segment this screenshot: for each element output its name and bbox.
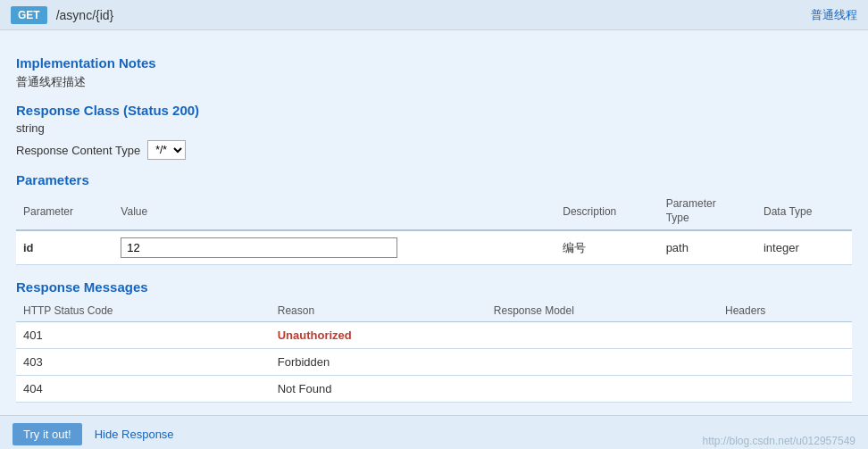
reason-403: Forbidden [271, 349, 487, 376]
col-parameter: Parameter [16, 193, 113, 230]
table-row: id 编号 path integer [16, 230, 852, 265]
response-model-404 [487, 376, 718, 403]
response-content-type-row: Response Content Type */* [16, 140, 852, 160]
response-class-title: Response Class (Status 200) [16, 103, 852, 118]
response-messages-section: Response Messages HTTP Status Code Reaso… [16, 279, 852, 403]
table-row: 403 Forbidden [16, 349, 852, 376]
header-tag: 普通线程 [811, 7, 857, 23]
try-it-out-button[interactable]: Try it out! [13, 423, 82, 445]
response-class-value: string [16, 121, 852, 135]
table-row: 404 Not Found [16, 376, 852, 403]
col-reason: Reason [271, 300, 487, 322]
watermark: http://blog.csdn.net/u012957549 [703, 435, 855, 447]
response-model-403 [487, 349, 718, 376]
content-type-select[interactable]: */* [147, 140, 186, 160]
reason-404: Not Found [271, 376, 487, 403]
status-code-401: 401 [16, 322, 271, 349]
col-data-type: Data Type [756, 193, 852, 230]
col-headers: Headers [718, 300, 852, 322]
response-content-type-label: Response Content Type [16, 144, 140, 157]
status-code-404: 404 [16, 376, 271, 403]
col-response-model: Response Model [487, 300, 718, 322]
param-value-input[interactable] [121, 237, 397, 258]
parameters-section: Parameters Parameter Value Description P… [16, 172, 852, 265]
response-messages-table: HTTP Status Code Reason Response Model H… [16, 300, 852, 403]
param-type: path [659, 230, 756, 265]
param-description: 编号 [555, 230, 658, 265]
header-left: GET /async/{id} [11, 6, 113, 24]
response-messages-title: Response Messages [16, 279, 852, 295]
main-content: Implementation Notes 普通线程描述 Response Cla… [0, 30, 868, 415]
param-data-type: integer [756, 230, 852, 265]
response-model-401 [487, 322, 718, 349]
parameters-title: Parameters [16, 172, 852, 187]
table-row: 401 Unauthorized [16, 322, 852, 349]
reason-401: Unauthorized [271, 322, 487, 349]
implementation-notes-title: Implementation Notes [16, 55, 852, 71]
header-bar: GET /async/{id} 普通线程 [0, 0, 868, 30]
hide-response-link[interactable]: Hide Response [95, 428, 174, 441]
col-value: Value [113, 193, 555, 230]
status-code-403: 403 [16, 349, 271, 376]
parameters-table: Parameter Value Description Parameter Ty… [16, 193, 852, 265]
col-http-status-code: HTTP Status Code [16, 300, 271, 322]
method-badge: GET [11, 6, 47, 24]
col-parameter-type: Parameter Type [659, 193, 756, 230]
headers-404 [718, 376, 852, 403]
endpoint-path: /async/{id} [56, 8, 114, 22]
col-description: Description [555, 193, 658, 230]
headers-401 [718, 322, 852, 349]
param-value-cell [113, 230, 555, 265]
footer-bar: Try it out! Hide Response http://blog.cs… [0, 415, 868, 449]
headers-403 [718, 349, 852, 376]
param-id: id [16, 230, 113, 265]
implementation-notes-description: 普通线程描述 [16, 74, 852, 90]
